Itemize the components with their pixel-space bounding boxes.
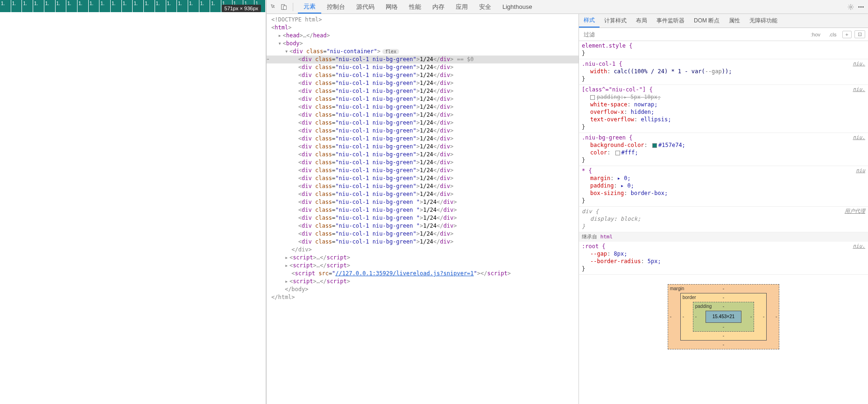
dom-line[interactable]: <div class="niu-col-1 niu-bg-green">1/24… bbox=[267, 159, 579, 167]
tab-网络[interactable]: 网络 bbox=[380, 0, 403, 14]
dom-line[interactable]: <div class="niu-col-1 niu-bg-green">1/24… bbox=[267, 56, 579, 63]
dom-line[interactable]: <div class="niu-col-1 niu-bg-green">1/24… bbox=[267, 182, 579, 190]
dom-line[interactable]: <div class="niu-col-1 niu-bg-green">1/24… bbox=[267, 95, 579, 103]
source-link[interactable]: niu. bbox=[853, 243, 866, 250]
tab-内存[interactable]: 内存 bbox=[427, 0, 450, 14]
dom-line[interactable]: <div class="niu-col-1 niu-bg-green">1/24… bbox=[267, 79, 579, 87]
hov-chip[interactable]: :hov bbox=[808, 31, 823, 38]
rule-niu-col-attr[interactable]: niu. [class^="niu-col-"] { padding:▸ 5px… bbox=[579, 85, 868, 133]
source-link[interactable]: niu. bbox=[853, 60, 866, 68]
niu-col: 1. bbox=[66, 0, 77, 12]
tab-Lighthouse[interactable]: Lighthouse bbox=[497, 0, 538, 14]
side-tab-5[interactable]: 属性 bbox=[724, 14, 745, 28]
rule-niu-bg-green[interactable]: niu. .niu-bg-green { background-color: #… bbox=[579, 133, 868, 166]
dom-line[interactable]: ▾<body> bbox=[267, 40, 579, 48]
devtools-app: 571px × 936px 1.1.1.1.1.1.1.1.1.1.1.1.1.… bbox=[0, 0, 868, 404]
tab-元素[interactable]: 元素 bbox=[298, 0, 321, 14]
bm-border[interactable]: border - - - - padding - - - bbox=[680, 293, 767, 341]
dom-line[interactable]: <div class="niu-col-1 niu-bg-green ">1/2… bbox=[267, 222, 579, 230]
dom-line[interactable]: ▸<script>…</script> bbox=[267, 278, 579, 286]
styles-body[interactable]: element.style { } niu. .niu-col-1 { widt… bbox=[579, 41, 868, 404]
side-tab-0[interactable]: 样式 bbox=[579, 14, 600, 28]
dom-line[interactable]: </div> bbox=[267, 246, 579, 254]
checkbox-icon[interactable] bbox=[590, 95, 595, 100]
dom-line[interactable]: <html> bbox=[267, 24, 579, 32]
source-link[interactable]: niu. bbox=[853, 86, 866, 93]
source-link[interactable]: niu bbox=[856, 167, 865, 174]
more-icon[interactable] bbox=[857, 3, 865, 11]
rule-root[interactable]: niu. :root { --gap: 8px; --border-radius… bbox=[579, 242, 868, 275]
dom-line[interactable]: <div class="niu-col-1 niu-bg-green ">1/2… bbox=[267, 198, 579, 206]
dom-line[interactable]: <div class="niu-col-1 niu-bg-green">1/24… bbox=[267, 230, 579, 238]
color-swatch[interactable] bbox=[615, 151, 620, 155]
side-tab-2[interactable]: 布局 bbox=[631, 14, 652, 28]
dom-line[interactable]: <div class="niu-col-1 niu-bg-green">1/24… bbox=[267, 71, 579, 79]
source-link: 用户代理 bbox=[845, 208, 865, 215]
rule-div-ua[interactable]: 用户代理 div { display: block; } bbox=[579, 207, 868, 232]
rule-element-style[interactable]: element.style { } bbox=[579, 41, 868, 59]
tab-源代码[interactable]: 源代码 bbox=[351, 0, 380, 14]
side-tab-6[interactable]: 无障碍功能 bbox=[745, 14, 782, 28]
cls-chip[interactable]: .cls bbox=[826, 31, 840, 38]
main-row: <!DOCTYPE html><html> ▸<head>…</head> ▾<… bbox=[267, 14, 868, 404]
filter-input[interactable] bbox=[582, 30, 805, 39]
dom-tree[interactable]: <!DOCTYPE html><html> ▸<head>…</head> ▾<… bbox=[267, 14, 579, 404]
dom-line[interactable]: <div class="niu-col-1 niu-bg-green">1/24… bbox=[267, 174, 579, 182]
side-tab-1[interactable]: 计算样式 bbox=[600, 14, 631, 28]
inspect-icon[interactable] bbox=[269, 3, 278, 11]
dom-line[interactable]: ▸<head>…</head> bbox=[267, 32, 579, 40]
dom-line[interactable]: <div class="niu-col-1 niu-bg-green">1/24… bbox=[267, 190, 579, 198]
dom-line[interactable]: <div class="niu-col-1 niu-bg-green">1/24… bbox=[267, 87, 579, 95]
tab-性能[interactable]: 性能 bbox=[403, 0, 427, 14]
dom-line[interactable]: </html> bbox=[267, 293, 579, 301]
niu-col: 1. bbox=[78, 0, 88, 12]
niu-col: 1. bbox=[56, 0, 66, 12]
inherited-from: 继承自 html bbox=[579, 232, 868, 242]
side-tab-4[interactable]: DOM 断点 bbox=[689, 14, 724, 28]
plus-chip[interactable]: + bbox=[842, 31, 852, 38]
dom-line[interactable]: <div class="niu-col-1 niu-bg-green">1/24… bbox=[267, 119, 579, 127]
niu-col: 1. bbox=[99, 0, 110, 12]
dom-line[interactable]: <script src="//127.0.0.1:35929/livereloa… bbox=[267, 270, 579, 278]
niu-col: 1. bbox=[111, 0, 121, 12]
dom-line[interactable]: <div class="niu-col-1 niu-bg-green">1/24… bbox=[267, 143, 579, 151]
dom-line[interactable]: <div class="niu-col-1 niu-bg-green ">1/2… bbox=[267, 214, 579, 222]
toggle-chip[interactable]: ⊡ bbox=[854, 30, 865, 38]
bm-margin[interactable]: margin - - - - border - - - - bbox=[668, 284, 780, 349]
source-link[interactable]: niu. bbox=[853, 134, 866, 141]
page-preview: 571px × 936px 1.1.1.1.1.1.1.1.1.1.1.1.1.… bbox=[0, 0, 266, 404]
styles-sidebar: 样式计算样式布局事件监听器DOM 断点属性无障碍功能 :hov .cls + ⊡… bbox=[579, 14, 868, 404]
dom-line[interactable]: <div class="niu-col-1 niu-bg-green">1/24… bbox=[267, 238, 579, 246]
niu-col: 1. bbox=[89, 0, 99, 12]
color-swatch[interactable] bbox=[652, 143, 657, 148]
dom-line[interactable]: <!DOCTYPE html> bbox=[267, 16, 579, 24]
dom-line[interactable]: <div class="niu-col-1 niu-bg-green">1/24… bbox=[267, 151, 579, 159]
niu-col: 1. bbox=[133, 0, 143, 12]
dom-line[interactable]: ▾<div class="niu-container">flex bbox=[267, 48, 579, 56]
dom-line[interactable]: <div class="niu-col-1 niu-bg-green">1/24… bbox=[267, 127, 579, 135]
dom-line[interactable]: <div class="niu-col-1 niu-bg-green">1/24… bbox=[267, 167, 579, 174]
tab-控制台[interactable]: 控制台 bbox=[321, 0, 351, 14]
svg-rect-1 bbox=[283, 6, 286, 9]
tab-应用[interactable]: 应用 bbox=[450, 0, 473, 14]
svg-point-5 bbox=[862, 6, 863, 7]
dom-line[interactable]: <div class="niu-col-1 niu-bg-green">1/24… bbox=[267, 135, 579, 143]
rule-star[interactable]: niu * { margin: ▸ 0; padding: ▸ 0; box-s… bbox=[579, 166, 868, 207]
dom-line[interactable]: ▸<script>…</script> bbox=[267, 262, 579, 270]
dom-line[interactable]: ▸<script>…</script> bbox=[267, 254, 579, 262]
dom-line[interactable]: <div class="niu-col-1 niu-bg-green">1/24… bbox=[267, 103, 579, 111]
niu-col: 1. bbox=[166, 0, 177, 12]
side-tab-3[interactable]: 事件监听器 bbox=[652, 14, 689, 28]
device-icon[interactable] bbox=[280, 3, 288, 11]
dom-line[interactable]: </body> bbox=[267, 286, 579, 293]
rule-niu-col-1[interactable]: niu. .niu-col-1 { width: calc((100% / 24… bbox=[579, 59, 868, 85]
tab-安全[interactable]: 安全 bbox=[473, 0, 497, 14]
dom-line[interactable]: <div class="niu-col-1 niu-bg-green ">1/2… bbox=[267, 206, 579, 214]
niu-col: 1. bbox=[22, 0, 33, 12]
dom-line[interactable]: <div class="niu-col-1 niu-bg-green">1/24… bbox=[267, 63, 579, 71]
bm-padding[interactable]: padding - - - - 15.453×21 bbox=[693, 302, 755, 332]
box-model: margin - - - - border - - - - bbox=[579, 275, 868, 359]
dom-line[interactable]: <div class="niu-col-1 niu-bg-green">1/24… bbox=[267, 111, 579, 119]
gear-icon[interactable] bbox=[847, 3, 855, 11]
bm-content[interactable]: 15.453×21 bbox=[706, 311, 742, 323]
